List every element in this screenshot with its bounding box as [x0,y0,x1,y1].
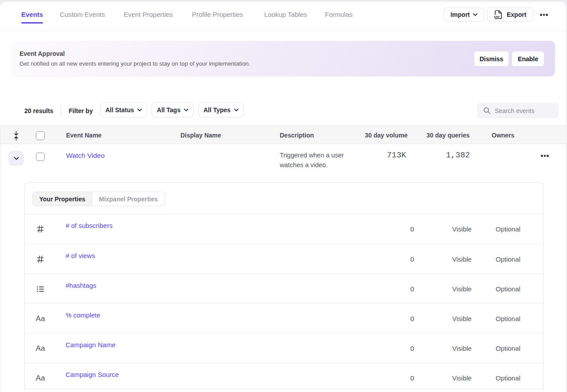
svg-text:csv: csv [494,15,500,19]
